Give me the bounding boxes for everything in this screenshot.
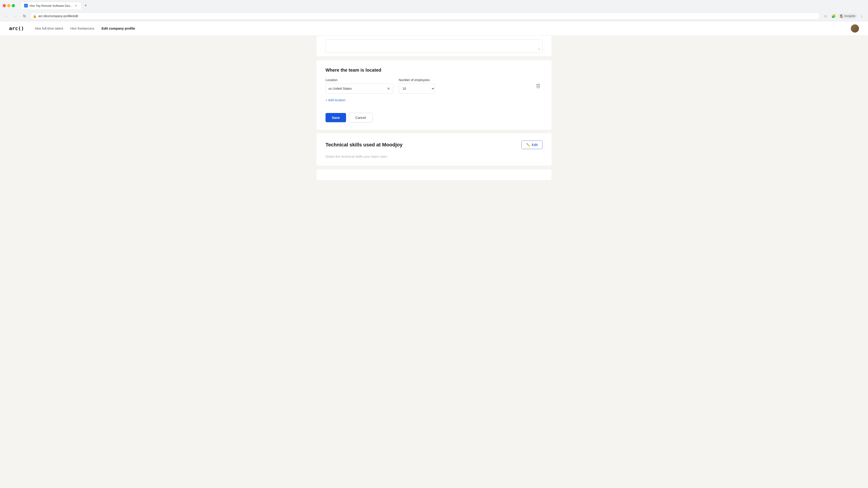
delete-location-button[interactable]	[534, 82, 542, 90]
new-tab-button[interactable]: +	[83, 2, 89, 9]
forward-button[interactable]: →	[12, 12, 19, 20]
title-bar: a Hire Top Remote Software Dev... ✕ +	[0, 0, 868, 11]
window-minimize-button[interactable]	[7, 4, 10, 7]
nav-hire-fulltime[interactable]: Hire full-time talent	[35, 26, 63, 30]
extensions-button[interactable]: 🧩	[830, 12, 837, 20]
description-textarea-preview[interactable]: ⤡	[326, 39, 542, 53]
nav-edit-company-profile[interactable]: Edit company profile	[101, 26, 135, 30]
employees-select[interactable]: 10 25 50 100 500 1000+	[399, 84, 435, 94]
reload-button[interactable]: ↻	[21, 12, 28, 20]
tab-close-button[interactable]: ✕	[74, 4, 78, 7]
skills-card: Technical skills used at Moodjoy ✏️ Edit…	[316, 133, 552, 166]
toolbar-icons: ☆ 🧩 🕵️ Incognito ⋮	[822, 12, 865, 20]
action-buttons: Save Cancel	[326, 113, 542, 123]
location-label: Location	[326, 78, 393, 82]
window-maximize-button[interactable]	[12, 4, 15, 7]
incognito-badge: 🕵️ Incognito	[838, 13, 857, 19]
skills-edit-button[interactable]: ✏️ Edit	[522, 140, 542, 149]
browser-tab[interactable]: a Hire Top Remote Software Dev... ✕	[20, 2, 82, 9]
nav-hire-freelancers[interactable]: Hire freelancers	[70, 26, 94, 30]
address-bar[interactable]: 🔒 arc.dev/company-profile/edit	[30, 12, 820, 20]
bookmark-button[interactable]: ☆	[822, 12, 829, 20]
user-avatar[interactable]	[851, 24, 859, 33]
tab-title: Hire Top Remote Software Dev...	[30, 4, 72, 7]
site-navigation: arc() Hire full-time talent Hire freelan…	[0, 21, 868, 36]
main-content: ⤡ Where the team is located Location ✕ N…	[307, 36, 561, 180]
location-input-wrapper[interactable]: ✕	[326, 84, 393, 94]
skills-placeholder-text: Share the technical skills your team use…	[326, 155, 542, 158]
add-location-link[interactable]: + Add location	[326, 98, 345, 102]
employees-form-group: Number of employees 10 25 50 100 500 100…	[399, 78, 435, 94]
location-input[interactable]	[329, 87, 385, 90]
tab-bar: a Hire Top Remote Software Dev... ✕ +	[18, 2, 92, 9]
site-wrapper: arc() Hire full-time talent Hire freelan…	[0, 21, 868, 482]
tab-favicon: a	[24, 4, 28, 7]
avatar-image	[851, 24, 859, 33]
description-card-partial: ⤡	[316, 36, 552, 57]
site-logo[interactable]: arc()	[9, 26, 24, 31]
location-form-group: Location ✕	[326, 78, 393, 94]
location-row: Location ✕ Number of employees 10 25 50 …	[326, 78, 542, 94]
location-card: Where the team is located Location ✕ Num…	[316, 60, 552, 130]
location-form-row: Location ✕ Number of employees 10 25 50 …	[326, 78, 534, 94]
lock-icon: 🔒	[33, 14, 37, 18]
edit-pencil-icon: ✏️	[526, 143, 530, 147]
skills-header: Technical skills used at Moodjoy ✏️ Edit	[326, 140, 542, 149]
browser-chrome: a Hire Top Remote Software Dev... ✕ + ← …	[0, 0, 868, 21]
cancel-button[interactable]: Cancel	[349, 113, 373, 123]
back-button[interactable]: ←	[3, 12, 10, 20]
window-close-button[interactable]	[3, 4, 6, 7]
employees-label: Number of employees	[399, 78, 435, 82]
location-section-title: Where the team is located	[326, 68, 542, 73]
address-bar-row: ← → ↻ 🔒 arc.dev/company-profile/edit ☆ 🧩…	[0, 11, 868, 21]
url-display: arc.dev/company-profile/edit	[38, 14, 817, 18]
skills-title: Technical skills used at Moodjoy	[326, 142, 403, 148]
skills-edit-label: Edit	[532, 143, 538, 147]
incognito-label: Incognito	[844, 14, 855, 18]
window-controls	[3, 4, 15, 7]
incognito-icon: 🕵️	[840, 14, 843, 18]
resize-handle-icon: ⤡	[538, 47, 540, 51]
save-button[interactable]: Save	[326, 113, 346, 122]
nav-links: Hire full-time talent Hire freelancers E…	[35, 26, 851, 30]
location-clear-button[interactable]: ✕	[386, 86, 391, 91]
menu-button[interactable]: ⋮	[858, 12, 865, 20]
bottom-card-stub	[316, 169, 552, 180]
